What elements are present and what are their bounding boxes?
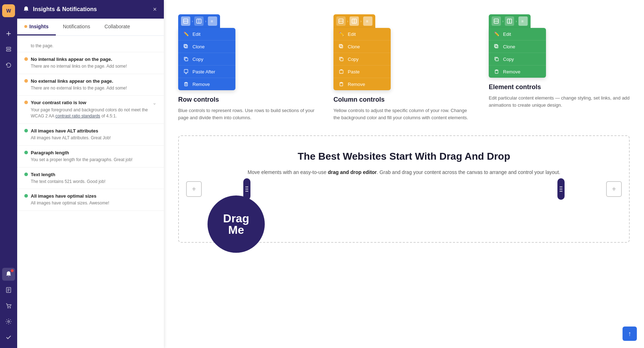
menu-item-clone[interactable]: Clone bbox=[178, 40, 235, 53]
row-menu: ✏️ Edit Clone Copy bbox=[178, 28, 235, 90]
status-dot-orange bbox=[24, 101, 28, 104]
list-item: Paragraph length You set a proper length… bbox=[17, 146, 164, 168]
clone-icon bbox=[183, 44, 189, 49]
logo-icon[interactable]: W bbox=[2, 4, 15, 17]
col-icon[interactable] bbox=[194, 16, 204, 26]
notifications-sidebar-icon[interactable] bbox=[2, 268, 15, 281]
insight-title: Text length bbox=[24, 172, 157, 177]
panel-close-button[interactable]: × bbox=[151, 4, 158, 15]
menu-item-remove[interactable]: Remove bbox=[333, 78, 391, 90]
copy-icon bbox=[338, 56, 344, 62]
list-item: Your contrast ratio is low ⌄ Your page f… bbox=[17, 96, 164, 124]
tab-collaborate[interactable]: Collaborate bbox=[97, 19, 137, 35]
insight-title: No internal links appear on the page. bbox=[24, 57, 157, 62]
panel-content: to the page. No internal links appear on… bbox=[17, 36, 164, 348]
element-controls-title: Element controls bbox=[489, 83, 630, 91]
menu-item-paste[interactable]: Paste bbox=[333, 66, 391, 78]
toolbar-arrow: › bbox=[360, 19, 361, 23]
layers-icon[interactable] bbox=[2, 43, 15, 56]
menu-item-edit[interactable]: ✏️ Edit bbox=[178, 28, 235, 40]
toolbar-arrow: › bbox=[205, 19, 206, 23]
col-icon[interactable] bbox=[350, 16, 359, 26]
tab-notifications[interactable]: Notifications bbox=[56, 19, 97, 35]
row-icon[interactable] bbox=[336, 16, 346, 26]
svg-rect-18 bbox=[185, 58, 188, 61]
svg-point-49 bbox=[247, 191, 248, 192]
scroll-to-top-button[interactable]: ↑ bbox=[623, 327, 637, 341]
publish-icon[interactable] bbox=[2, 331, 15, 344]
svg-text:≡: ≡ bbox=[521, 19, 523, 23]
menu-item-paste-after[interactable]: Paste After bbox=[178, 66, 235, 78]
clone-icon bbox=[338, 44, 344, 49]
list-item: No external links appear on the page. Th… bbox=[17, 74, 164, 96]
svg-rect-3 bbox=[6, 50, 11, 51]
status-dot-green bbox=[24, 173, 28, 176]
column-controls-desc: Yellow controls to adjust the specific c… bbox=[333, 107, 474, 121]
status-dot-orange bbox=[24, 79, 28, 83]
column-controls-col: › › ≡ ✏️ Edit bbox=[333, 14, 474, 121]
svg-text:≡: ≡ bbox=[211, 19, 213, 23]
insight-desc: There are no external links to the page.… bbox=[31, 85, 157, 91]
list-item: to the page. bbox=[17, 39, 164, 52]
list-item: All images have optimal sizes All images… bbox=[17, 189, 164, 211]
text-icon[interactable]: ≡ bbox=[518, 16, 528, 26]
dnd-content: The Best Websites Start With Drag And Dr… bbox=[186, 143, 622, 183]
ecommerce-icon[interactable] bbox=[2, 299, 15, 312]
menu-item-copy[interactable]: Copy bbox=[489, 53, 546, 66]
toolbar-arrow: › bbox=[516, 19, 517, 23]
insight-title: No external links appear on the page. bbox=[24, 78, 157, 84]
toolbar-arrow: › bbox=[192, 19, 193, 23]
row-context-menu: › › ≡ ✏️ Edit bbox=[178, 14, 319, 90]
menu-item-remove[interactable]: Remove bbox=[178, 78, 235, 90]
insight-title: Your contrast ratio is low ⌄ bbox=[24, 100, 157, 106]
menu-item-copy[interactable]: Copy bbox=[333, 53, 391, 66]
svg-text:≡: ≡ bbox=[366, 19, 368, 23]
column-toolbar: › › ≡ bbox=[333, 14, 375, 28]
svg-point-50 bbox=[560, 187, 561, 188]
add-icon[interactable] bbox=[2, 27, 15, 40]
element-menu: ✏️ Edit Clone Copy bbox=[489, 28, 546, 78]
svg-point-55 bbox=[561, 191, 562, 192]
col-icon[interactable] bbox=[505, 16, 514, 26]
dnd-desc: Move elements with an easy-to-use drag a… bbox=[208, 168, 600, 176]
add-column-right-button[interactable]: + bbox=[606, 181, 622, 197]
undo-icon[interactable] bbox=[2, 59, 15, 72]
svg-point-46 bbox=[246, 189, 247, 190]
pages-icon[interactable] bbox=[2, 284, 15, 296]
main-content: › › ≡ ✏️ Edit bbox=[164, 0, 644, 348]
row-icon[interactable] bbox=[492, 16, 501, 26]
menu-item-clone[interactable]: Clone bbox=[489, 40, 546, 53]
panel-tabs: Insights Notifications Collaborate bbox=[17, 19, 164, 36]
menu-item-edit[interactable]: ✏️ Edit bbox=[333, 28, 391, 40]
insight-desc-partial: to the page. bbox=[31, 43, 157, 49]
text-icon[interactable]: ≡ bbox=[208, 16, 217, 26]
edit-icon: ✏️ bbox=[494, 31, 499, 37]
svg-rect-43 bbox=[495, 71, 498, 73]
sidebar: W bbox=[0, 0, 17, 348]
panel-header-left: Insights & Notifications bbox=[23, 6, 97, 13]
menu-item-remove[interactable]: Remove bbox=[489, 66, 546, 78]
svg-rect-17 bbox=[184, 44, 187, 47]
menu-item-edit[interactable]: ✏️ Edit bbox=[489, 28, 546, 40]
controls-row: › › ≡ ✏️ Edit bbox=[178, 11, 630, 121]
settings-icon[interactable] bbox=[2, 315, 15, 328]
remove-icon bbox=[494, 69, 499, 74]
add-column-left-button[interactable]: + bbox=[186, 181, 202, 197]
column-drag-handle-right[interactable] bbox=[557, 178, 565, 200]
svg-rect-2 bbox=[6, 47, 11, 49]
contrast-ratio-link[interactable]: contrast ratio standards bbox=[55, 113, 100, 119]
svg-rect-19 bbox=[184, 69, 188, 73]
text-icon[interactable]: ≡ bbox=[363, 16, 372, 26]
expand-button[interactable]: ⌄ bbox=[152, 100, 157, 106]
insights-dot bbox=[24, 25, 27, 28]
menu-item-copy[interactable]: Copy bbox=[178, 53, 235, 66]
svg-point-44 bbox=[246, 187, 247, 188]
svg-point-9 bbox=[10, 308, 11, 308]
row-icon[interactable] bbox=[181, 16, 190, 26]
tab-insights[interactable]: Insights bbox=[17, 19, 56, 35]
status-dot-green bbox=[24, 194, 28, 198]
menu-item-clone[interactable]: Clone bbox=[333, 40, 391, 53]
svg-rect-42 bbox=[496, 58, 498, 61]
element-controls-col: › › ≡ ✏️ Edit bbox=[489, 14, 630, 121]
list-item: All images have ALT attributes All image… bbox=[17, 124, 164, 146]
